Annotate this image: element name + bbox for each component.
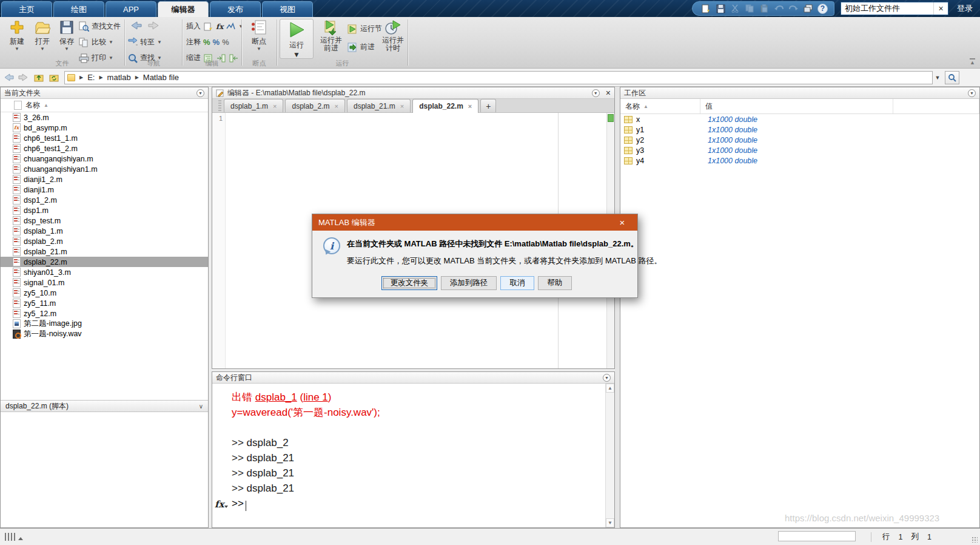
resize-grip[interactable]: [972, 537, 978, 543]
file-row[interactable]: dianji1_2.m: [1, 174, 208, 184]
tab-view[interactable]: 视图: [262, 1, 313, 17]
cancel-button[interactable]: 取消: [500, 276, 534, 290]
workspace-row[interactable]: y11x1000 double: [620, 124, 979, 135]
command-window-scrollbar[interactable]: ▲ ▼: [605, 384, 614, 527]
tab-home[interactable]: 主页: [1, 1, 52, 17]
new-tab-button[interactable]: +: [480, 99, 496, 112]
save-icon[interactable]: [716, 4, 725, 13]
save-button[interactable]: 保存 ▼: [53, 19, 80, 52]
save-dropdown-icon[interactable]: ▼: [53, 47, 80, 52]
file-row[interactable]: bd_asymp.m: [1, 123, 208, 133]
tabbar-drag-handle[interactable]: [218, 100, 221, 111]
breakpoints-button[interactable]: 断点 ▼: [246, 19, 272, 52]
file-row[interactable]: shiyan01_3.m: [1, 267, 208, 277]
tab-publish[interactable]: 发布: [210, 1, 261, 17]
statusbar-grip-icon[interactable]: [5, 533, 16, 541]
editor-tab[interactable]: dsplab_2.m×: [285, 99, 344, 112]
file-row[interactable]: dsplab_21.m: [1, 246, 208, 257]
editor-tab[interactable]: dsplab_1.m×: [224, 99, 283, 112]
workspace-row[interactable]: x1x1000 double: [620, 114, 979, 124]
file-row[interactable]: signal_01.m: [1, 277, 208, 288]
crumb-matlab-file[interactable]: Matlab file: [143, 73, 179, 82]
crumb-drive[interactable]: E:: [87, 73, 95, 82]
scroll-down-icon[interactable]: ▼: [606, 518, 614, 527]
addr-search-button[interactable]: [945, 71, 959, 84]
addr-back-icon[interactable]: [2, 72, 15, 84]
file-row[interactable]: dsplab_1.m: [1, 226, 208, 236]
uncomment-icon[interactable]: %: [213, 38, 220, 47]
workspace-menu-icon[interactable]: ▼: [968, 89, 976, 97]
file-row[interactable]: dsplab_2.m: [1, 236, 208, 246]
advance-button[interactable]: 前进: [347, 41, 375, 53]
change-folder-button[interactable]: 更改文件夹: [381, 276, 437, 290]
file-row-selected[interactable]: dsplab_22.m: [1, 257, 208, 267]
breakpoints-dropdown-icon[interactable]: ▼: [246, 47, 272, 52]
comment-icon[interactable]: %: [203, 38, 210, 47]
insert-function-icon[interactable]: [226, 21, 236, 32]
copy-icon[interactable]: [745, 4, 754, 13]
details-chevron-icon[interactable]: ∨: [199, 403, 203, 410]
addr-dropdown-icon[interactable]: ▼: [933, 75, 942, 81]
current-folder-menu-icon[interactable]: ▼: [196, 89, 204, 97]
run-section-button[interactable]: 运行节: [347, 23, 382, 35]
add-to-path-button[interactable]: 添加到路径: [441, 276, 497, 290]
crumb-matlab[interactable]: matlab: [107, 73, 131, 82]
search-input[interactable]: [841, 2, 933, 15]
editor-menu-icon[interactable]: ▼: [592, 89, 600, 97]
file-row[interactable]: 3_26.m: [1, 112, 208, 123]
command-window-body[interactable]: 出错 dsplab_1 (line 1) y=waveread('第一题-noi…: [212, 384, 614, 527]
scroll-up-icon[interactable]: ▲: [606, 384, 614, 393]
insert-row[interactable]: 插入 fx ▼: [186, 21, 243, 32]
goto-button[interactable]: 转至 ▼: [127, 36, 162, 48]
file-row[interactable]: 第二题-image.jpg: [1, 319, 208, 329]
help-button[interactable]: 帮助: [538, 276, 572, 290]
file-row[interactable]: chuanganqishiyan.m: [1, 154, 208, 164]
forward-icon[interactable]: [148, 21, 160, 32]
new-script-icon[interactable]: [701, 4, 711, 13]
clear-search-icon[interactable]: ×: [933, 2, 948, 15]
file-row[interactable]: chp6_test1_1.m: [1, 133, 208, 143]
file-row[interactable]: dianji1.m: [1, 184, 208, 195]
goto-dropdown-icon[interactable]: ▼: [157, 39, 162, 45]
undo-icon[interactable]: [774, 4, 784, 13]
command-prompt-line[interactable]: fx >>: [212, 496, 605, 511]
help-icon[interactable]: ?: [817, 4, 828, 14]
breadcrumb[interactable]: ▶ E: ▶ matlab ▶ Matlab file: [64, 71, 933, 84]
error-lineno-link[interactable]: line 1: [303, 391, 328, 403]
file-row[interactable]: zy5_11.m: [1, 298, 208, 308]
browse-folder-icon[interactable]: [47, 72, 61, 84]
editor-tab-active[interactable]: dsplab_22.m×: [412, 99, 478, 113]
new-dropdown-icon[interactable]: ▼: [4, 47, 30, 52]
tab-close-icon[interactable]: ×: [335, 103, 338, 110]
editor-close-icon[interactable]: ×: [606, 89, 611, 96]
open-button[interactable]: 打开 ▼: [29, 19, 56, 52]
switch-window-icon[interactable]: [803, 4, 813, 13]
tab-close-icon[interactable]: ×: [273, 103, 277, 110]
compare-button[interactable]: 比较 ▼: [79, 36, 113, 48]
statusbar-grip-arrow-icon[interactable]: [18, 535, 23, 540]
run-dropdown-icon[interactable]: ▼: [280, 50, 313, 59]
file-row[interactable]: dsp1.m: [1, 205, 208, 215]
error-file-link[interactable]: dsplab_1: [255, 391, 297, 403]
workspace-row[interactable]: y21x1000 double: [620, 135, 979, 145]
editor-tab[interactable]: dsplab_21.m×: [347, 99, 411, 112]
wrap-comment-icon[interactable]: %: [222, 38, 229, 47]
collapse-ribbon-icon[interactable]: ▲: [970, 58, 975, 66]
tab-close-icon[interactable]: ×: [468, 103, 472, 110]
command-window-menu-icon[interactable]: ▼: [603, 374, 611, 382]
file-row[interactable]: chp6_test1_2.m: [1, 143, 208, 154]
workspace-value-column[interactable]: 值: [700, 99, 893, 113]
cut-icon[interactable]: [730, 4, 740, 13]
file-row[interactable]: dsp1_2.m: [1, 195, 208, 205]
file-row[interactable]: dsp_test.m: [1, 215, 208, 226]
up-folder-icon[interactable]: [32, 72, 45, 84]
tab-close-icon[interactable]: ×: [400, 103, 404, 110]
workspace-name-column[interactable]: 名称▲: [620, 99, 700, 113]
file-row[interactable]: zy5_10.m: [1, 288, 208, 298]
workspace-row[interactable]: y41x1000 double: [620, 155, 979, 166]
paste-icon[interactable]: [759, 4, 769, 13]
file-details-bar[interactable]: dsplab_22.m (脚本) ∨: [1, 400, 208, 412]
file-row[interactable]: zy5_12.m: [1, 308, 208, 319]
dialog-titlebar[interactable]: MATLAB 编辑器 ×: [312, 214, 637, 231]
open-dropdown-icon[interactable]: ▼: [29, 47, 56, 52]
